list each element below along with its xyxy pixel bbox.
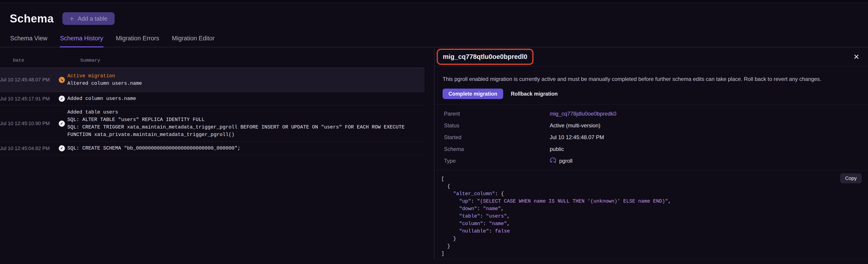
active-migration-arrow-icon: ↘ <box>59 77 65 83</box>
row-icon-cell: ✓ <box>56 96 67 102</box>
table-row[interactable]: Jul 10 12:45:10.90 PM✓Added table usersS… <box>0 106 425 142</box>
row-summary: SQL: CREATE SCHEMA "bb_00000000000000000… <box>67 144 425 152</box>
code-line: "nullable": false <box>441 228 861 235</box>
row-date: Jul 10 12:45:04.82 PM <box>0 146 56 151</box>
migration-fields: Parentmig_cq778jdlu0oe0bpredk0StatusActi… <box>434 105 868 170</box>
summary-line: Added column users.name <box>67 95 425 102</box>
migration-json-code: [ { "alter_column": { "up": "(SELECT CAS… <box>441 175 861 258</box>
row-summary: Added column users.name <box>67 95 425 102</box>
parent-migration-link[interactable]: mig_cq778jdlu0oe0bpredk0 <box>550 111 868 117</box>
summary-line: SQL: CREATE SCHEMA "bb_00000000000000000… <box>67 144 425 152</box>
table-row[interactable]: Jul 10 12:45:48.07 PM↘Active migrationAl… <box>0 68 425 92</box>
migration-detail-panel: mig_cq778qtlu0oe0bpredl0 ✕ This pgroll e… <box>434 47 868 259</box>
summary-line: Altered column users.name <box>67 80 425 87</box>
code-line: { <box>441 183 861 190</box>
column-header-summary: Summary <box>80 58 425 63</box>
field-label: Type <box>444 158 550 164</box>
rollback-migration-button[interactable]: Rollback migration <box>511 91 558 97</box>
migration-history-table: Date Summary Jul 10 12:45:48.07 PM↘Activ… <box>0 47 434 264</box>
field-value-text: pgroll <box>559 158 572 164</box>
plus-icon: + <box>70 15 74 22</box>
summary-line: SQL: ALTER TABLE "users" REPLICA IDENTIT… <box>67 116 425 124</box>
code-line: "up": "(SELECT CASE WHEN name IS NULL TH… <box>441 197 861 205</box>
row-date: Jul 10 12:45:10.90 PM <box>0 121 56 127</box>
add-table-label: Add a table <box>78 15 107 22</box>
row-icon-cell: ✓ <box>56 121 67 127</box>
complete-migration-button[interactable]: Complete migration <box>442 88 503 99</box>
migration-code-section: Copy [ { "alter_column": { "up": "(SELEC… <box>434 170 868 258</box>
page-header: Schema + Add a table <box>0 3 868 25</box>
field-label: Started <box>444 134 550 140</box>
row-date: Jul 10 12:45:17.91 PM <box>0 96 56 102</box>
summary-line: Added table users <box>67 109 425 116</box>
migration-id: mig_cq778qtlu0oe0bpredl0 <box>443 53 527 60</box>
field-label: Parent <box>444 111 550 117</box>
migration-description: This pgroll enabled migration is current… <box>442 76 859 82</box>
column-header-date: Date <box>13 58 69 63</box>
migration-id-highlight: mig_cq778qtlu0oe0bpredl0 <box>437 49 533 65</box>
field-row-parent: Parentmig_cq778jdlu0oe0bpredk0 <box>434 108 868 120</box>
code-line: "column": "name", <box>441 220 861 228</box>
field-row-schema: Schemapublic <box>434 143 868 155</box>
completed-check-icon: ✓ <box>59 121 65 127</box>
row-date: Jul 10 12:45:48.07 PM <box>0 77 56 83</box>
completed-check-icon: ✓ <box>59 145 65 151</box>
field-label: Status <box>444 122 550 129</box>
field-value: pgroll <box>550 157 868 165</box>
close-icon[interactable]: ✕ <box>853 53 860 60</box>
field-row-started: StartedJul 10 12:45:48.07 PM <box>434 131 868 143</box>
field-value: Jul 10 12:45:48.07 PM <box>550 134 868 140</box>
code-line: ] <box>441 250 861 258</box>
add-table-button[interactable]: + Add a table <box>62 12 115 25</box>
code-line: [ <box>441 175 861 183</box>
code-line: "table": "users", <box>441 213 861 220</box>
tab-schema-view[interactable]: Schema View <box>10 35 48 47</box>
tab-migration-errors[interactable]: Migration Errors <box>115 35 160 47</box>
copy-button[interactable]: Copy <box>840 174 862 183</box>
row-summary: Added table usersSQL: ALTER TABLE "users… <box>67 109 425 138</box>
row-icon-cell: ↘ <box>56 77 67 83</box>
field-value: Active (multi-version) <box>550 122 868 129</box>
active-migration-label: Active migration <box>67 72 425 80</box>
row-summary: Active migrationAltered column users.nam… <box>67 72 425 87</box>
window-top-edge <box>0 0 868 3</box>
code-line: "alter_column": { <box>441 190 861 197</box>
code-line: } <box>441 242 861 250</box>
row-icon-cell: ✓ <box>56 145 67 151</box>
field-label: Schema <box>444 146 550 152</box>
detail-header: mig_cq778qtlu0oe0bpredl0 ✕ <box>434 47 868 67</box>
field-row-type: Typepgroll <box>434 155 868 167</box>
migration-actions: Complete migration Rollback migration <box>442 88 859 99</box>
main-content: Date Summary Jul 10 12:45:48.07 PM↘Activ… <box>0 47 868 264</box>
page-title: Schema <box>10 12 54 25</box>
field-row-status: StatusActive (multi-version) <box>434 120 868 131</box>
tab-migration-editor[interactable]: Migration Editor <box>171 35 215 47</box>
table-row[interactable]: Jul 10 12:45:04.82 PM✓SQL: CREATE SCHEMA… <box>0 142 425 155</box>
table-body: Jul 10 12:45:48.07 PM↘Active migrationAl… <box>0 68 425 155</box>
pgroll-elephant-icon <box>550 157 557 165</box>
code-line: } <box>441 235 861 242</box>
summary-line: SQL: CREATE TRIGGER xata_maintain_metada… <box>67 124 425 138</box>
field-value: public <box>550 146 868 152</box>
detail-description-section: This pgroll enabled migration is current… <box>434 67 868 105</box>
table-header-row: Date Summary <box>0 47 425 68</box>
table-row[interactable]: Jul 10 12:45:17.91 PM✓Added column users… <box>0 92 425 106</box>
schema-tabs: Schema ViewSchema HistoryMigration Error… <box>0 35 868 47</box>
code-line: "down": "name", <box>441 205 861 213</box>
tab-schema-history[interactable]: Schema History <box>60 35 104 47</box>
completed-check-icon: ✓ <box>59 96 65 102</box>
